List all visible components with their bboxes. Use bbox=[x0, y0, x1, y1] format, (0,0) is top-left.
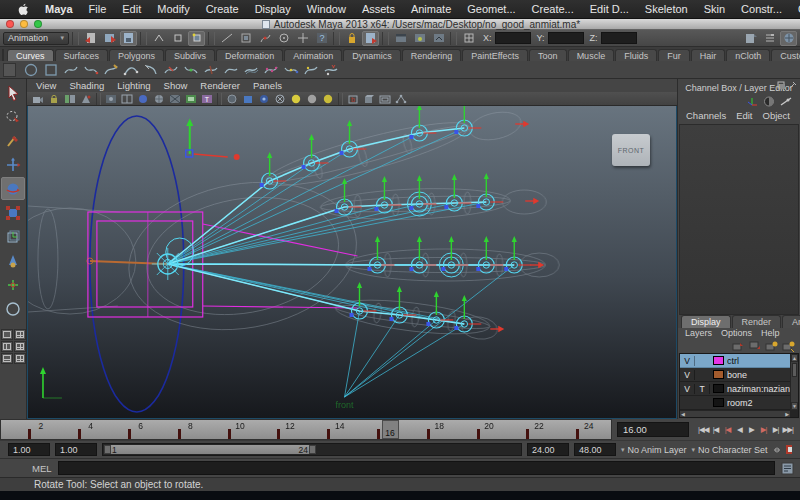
plugin-shapes-icon[interactable]: b bbox=[346, 93, 360, 105]
current-frame-marker[interactable]: 16 bbox=[382, 420, 399, 439]
ep-curve-tool[interactable] bbox=[281, 62, 300, 78]
two-panes-icon[interactable] bbox=[120, 93, 134, 105]
speed-state-icon[interactable] bbox=[763, 96, 775, 107]
channels-menu[interactable]: Channels bbox=[686, 110, 726, 121]
film-gate-icon[interactable] bbox=[378, 93, 392, 105]
offset-curve-tool[interactable] bbox=[241, 62, 260, 78]
go-to-start-button[interactable]: |◀◀ bbox=[698, 422, 708, 437]
layer-color-swatch[interactable] bbox=[713, 370, 724, 379]
lighting-sphere-gray-icon[interactable] bbox=[305, 93, 319, 105]
menu-assets[interactable]: Assets bbox=[354, 3, 403, 15]
play-forwards-button[interactable]: ▶ bbox=[746, 422, 756, 437]
panel-menu-panels[interactable]: Panels bbox=[253, 80, 282, 91]
curve-tool-1[interactable] bbox=[61, 62, 80, 78]
layer-list-vertical-scrollbar[interactable]: ▲ ▼ bbox=[790, 354, 798, 410]
x-input[interactable] bbox=[495, 32, 531, 44]
universal-manipulator-tool[interactable] bbox=[1, 225, 25, 248]
ipr-render-icon[interactable] bbox=[411, 31, 428, 46]
wireframe-mode-icon[interactable] bbox=[136, 93, 150, 105]
shelf-tab-deformation[interactable]: Deformation bbox=[216, 49, 283, 61]
render-settings-icon[interactable] bbox=[430, 31, 447, 46]
z-input[interactable] bbox=[601, 32, 637, 44]
step-back-frame-button[interactable]: |◀ bbox=[710, 422, 720, 437]
keyframe-tick[interactable] bbox=[377, 429, 380, 440]
use-all-lights-icon[interactable] bbox=[184, 93, 198, 105]
scale-tool[interactable] bbox=[1, 201, 25, 224]
highlight-selection-icon[interactable] bbox=[362, 31, 379, 46]
status-collapse-bar[interactable] bbox=[140, 32, 147, 45]
shelf-tab-fluids[interactable]: Fluids bbox=[615, 49, 657, 61]
keyframe-tick[interactable] bbox=[327, 429, 330, 440]
shelf-tab-curves[interactable]: Curves bbox=[7, 49, 54, 61]
tab-display-layers[interactable]: Display bbox=[681, 315, 731, 328]
status-collapse-bar[interactable] bbox=[382, 32, 389, 45]
tab-anim-layers[interactable]: Anim bbox=[782, 315, 800, 328]
lighting-sphere-flat-icon[interactable] bbox=[321, 93, 335, 105]
pencil-curve-tool[interactable] bbox=[101, 62, 120, 78]
layout-hypershade-button[interactable] bbox=[14, 353, 26, 364]
zoom-window-button[interactable] bbox=[34, 20, 42, 28]
layer-color-swatch[interactable] bbox=[713, 384, 724, 393]
shelf-menu-button[interactable] bbox=[2, 49, 4, 61]
panel-menu-shading[interactable]: Shading bbox=[69, 80, 104, 91]
y-input[interactable] bbox=[548, 32, 584, 44]
keyframe-tick[interactable] bbox=[427, 429, 430, 440]
animation-preferences-icon[interactable] bbox=[785, 444, 792, 455]
new-empty-layer-icon[interactable] bbox=[765, 340, 778, 352]
show-manipulator-tool[interactable] bbox=[1, 273, 25, 296]
new-layer-from-selected-icon[interactable] bbox=[782, 340, 795, 352]
make-live-icon[interactable] bbox=[294, 31, 311, 46]
copy-tab-icon[interactable] bbox=[777, 81, 786, 90]
select-hierarchy-icon[interactable] bbox=[150, 31, 167, 46]
show-channel-box-icon[interactable] bbox=[780, 31, 797, 46]
shelf-tab-fur[interactable]: Fur bbox=[658, 49, 690, 61]
menu-animate[interactable]: Animate bbox=[403, 3, 459, 15]
snap-point-icon[interactable] bbox=[256, 31, 273, 46]
help-icon[interactable]: ? bbox=[313, 31, 330, 46]
camera-attributes-icon[interactable] bbox=[63, 93, 77, 105]
shelf-tab-ncloth[interactable]: nCloth bbox=[726, 49, 770, 61]
keyframe-tick[interactable] bbox=[128, 429, 131, 440]
layer-color-swatch[interactable] bbox=[713, 398, 724, 407]
play-backwards-button[interactable]: ◀ bbox=[734, 422, 744, 437]
shadows-icon[interactable] bbox=[241, 93, 255, 105]
layer-row-bone[interactable]: V bone bbox=[680, 368, 790, 382]
layer-display-type-toggle[interactable]: T bbox=[695, 384, 710, 394]
menu-create-deformers[interactable]: Create... bbox=[524, 3, 582, 15]
menu-maya[interactable]: Maya bbox=[37, 3, 81, 15]
extend-curve-tool[interactable] bbox=[221, 62, 240, 78]
pane-layout-mini-button[interactable] bbox=[3, 63, 16, 77]
command-line-label[interactable]: MEL bbox=[32, 463, 52, 474]
attach-curves-tool[interactable] bbox=[161, 62, 180, 78]
last-tool-used[interactable] bbox=[1, 297, 25, 320]
layer-row-ctrl[interactable]: V ctrl bbox=[680, 354, 790, 368]
paint-select-tool[interactable] bbox=[1, 129, 25, 152]
rotate-tool[interactable] bbox=[1, 177, 25, 200]
menu-display[interactable]: Display bbox=[247, 3, 299, 15]
help-menu[interactable]: Help bbox=[761, 328, 780, 338]
nurbs-circle-tool[interactable] bbox=[21, 62, 40, 78]
minimize-window-button[interactable] bbox=[20, 20, 28, 28]
tab-render-layers[interactable]: Render bbox=[732, 315, 782, 328]
command-line-input[interactable] bbox=[58, 461, 775, 475]
menu-character[interactable]: Charac... bbox=[790, 3, 800, 15]
keyframe-tick[interactable] bbox=[477, 429, 480, 440]
channel-list-empty[interactable] bbox=[679, 124, 799, 315]
textured-mode-icon[interactable] bbox=[168, 93, 182, 105]
go-to-end-button[interactable]: ▶▶| bbox=[782, 422, 792, 437]
nurbs-square-tool[interactable] bbox=[41, 62, 60, 78]
current-time-field[interactable]: 16.00 bbox=[617, 422, 689, 437]
time-ruler[interactable]: 2468101214161820222416 bbox=[0, 419, 612, 440]
keyframe-tick[interactable] bbox=[228, 429, 231, 440]
object-menu[interactable]: Object bbox=[763, 110, 790, 121]
panel-menu-view[interactable]: View bbox=[36, 80, 56, 91]
auto-keyframe-icon[interactable] bbox=[773, 445, 781, 455]
shelf-tab-muscle[interactable]: Muscle bbox=[568, 49, 615, 61]
viewport-3d-scene[interactable]: front FRONT bbox=[27, 106, 677, 419]
step-forward-key-button[interactable]: ▶| bbox=[758, 422, 768, 437]
playback-end-field[interactable]: 24.00 bbox=[527, 443, 569, 456]
shelf-tab-surfaces[interactable]: Surfaces bbox=[55, 49, 109, 61]
menu-skeleton[interactable]: Skeleton bbox=[637, 3, 696, 15]
range-track[interactable]: 1 24 bbox=[102, 443, 522, 456]
animation-start-field[interactable]: 1.00 bbox=[8, 443, 50, 456]
